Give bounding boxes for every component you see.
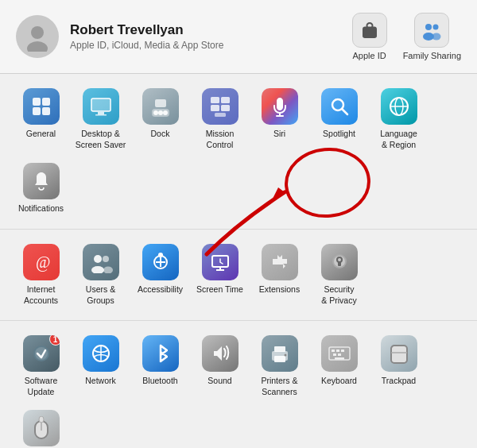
- screentime-icon: [202, 244, 238, 280]
- svg-point-15: [153, 110, 158, 115]
- general-label: General: [26, 129, 56, 140]
- siri-label: Siri: [273, 129, 285, 140]
- grid-item-language[interactable]: Language& Region: [369, 82, 429, 156]
- svg-rect-56: [332, 350, 335, 352]
- grid-item-notifications[interactable]: Notifications: [11, 156, 71, 221]
- svg-point-35: [103, 266, 113, 273]
- dock-icon: [142, 88, 179, 125]
- svg-rect-9: [42, 107, 50, 115]
- user-name: Robert Trevellyan: [70, 22, 223, 38]
- user-profile-section: Robert Trevellyan Apple ID, iCloud, Medi…: [16, 15, 223, 58]
- trackpad-label: Trackpad: [382, 376, 416, 387]
- svg-point-1: [27, 41, 48, 52]
- svg-point-34: [103, 256, 109, 262]
- svg-point-54: [284, 354, 286, 357]
- svg-point-17: [163, 110, 168, 115]
- apple-id-icon-box: [352, 13, 387, 48]
- apple-id-label: Apple ID: [353, 51, 386, 60]
- apple-id-button[interactable]: Apple ID: [352, 13, 387, 60]
- grid-item-security[interactable]: Security& Privacy: [309, 238, 369, 312]
- trackpad-icon: [381, 335, 417, 372]
- avatar[interactable]: [16, 15, 59, 58]
- svg-rect-10: [91, 98, 111, 111]
- extensions-label: Extensions: [259, 284, 300, 295]
- language-label: Language& Region: [380, 129, 417, 150]
- grid-item-general[interactable]: General: [11, 82, 71, 156]
- internet-icon: @: [23, 244, 60, 280]
- svg-rect-59: [333, 353, 336, 356]
- grid-row-2: @ InternetAccounts Users &Groups: [11, 238, 466, 312]
- general-icon: [23, 88, 60, 125]
- grid-item-accessibility[interactable]: Accessibility: [130, 238, 190, 312]
- grid-item-desktop[interactable]: Desktop &Screen Saver: [71, 82, 130, 156]
- bluetooth-icon: [142, 335, 179, 372]
- user-info: Robert Trevellyan Apple ID, iCloud, Medi…: [70, 22, 223, 51]
- desktop-icon: [83, 88, 119, 125]
- software-label: SoftwareUpdate: [25, 376, 57, 397]
- mission-icon: [202, 88, 238, 125]
- svg-rect-12: [98, 112, 104, 114]
- extensions-icon: [262, 244, 298, 280]
- spotlight-label: Spotlight: [323, 129, 355, 140]
- grid-item-trackpad[interactable]: Trackpad: [369, 329, 429, 404]
- mouse-icon: [23, 410, 60, 446]
- svg-rect-7: [42, 98, 50, 106]
- grid-item-users[interactable]: Users &Groups: [71, 238, 130, 312]
- grid-item-screentime[interactable]: Screen Time: [190, 238, 250, 312]
- network-icon: [83, 335, 119, 372]
- internet-label: InternetAccounts: [24, 284, 58, 306]
- svg-rect-23: [215, 113, 226, 117]
- svg-rect-6: [33, 98, 41, 106]
- svg-rect-60: [338, 353, 341, 356]
- grid-item-spotlight[interactable]: Spotlight: [309, 82, 369, 156]
- language-icon: [381, 88, 417, 125]
- security-icon: [321, 244, 358, 280]
- header-actions: Apple ID Family Sharing: [352, 13, 461, 60]
- grid-item-extensions[interactable]: Extensions: [250, 238, 309, 312]
- siri-icon: [262, 88, 298, 125]
- grid-row-3: 1 SoftwareUpdate Network: [11, 329, 466, 448]
- users-label: Users &Groups: [86, 284, 115, 306]
- mission-label: MissionControl: [206, 129, 235, 150]
- notifications-label: Notifications: [18, 203, 64, 214]
- grid-item-mission[interactable]: MissionControl: [190, 82, 250, 156]
- svg-text:@: @: [36, 253, 50, 272]
- grid-item-mouse[interactable]: Mouse: [11, 404, 71, 448]
- grid-item-printers[interactable]: Printers &Scanners: [250, 329, 309, 404]
- security-label: Security& Privacy: [321, 284, 356, 306]
- svg-line-27: [342, 109, 347, 114]
- grid-item-keyboard[interactable]: Keyboard: [309, 329, 369, 404]
- sound-label: Sound: [207, 376, 231, 387]
- grid-item-siri[interactable]: Siri: [250, 82, 309, 156]
- grid-item-bluetooth[interactable]: Bluetooth: [130, 329, 190, 404]
- sound-icon: [202, 335, 238, 372]
- grid-item-software[interactable]: 1 SoftwareUpdate: [11, 329, 71, 404]
- user-subtitle: Apple ID, iCloud, Media & App Store: [70, 40, 223, 51]
- users-icon: [83, 244, 119, 280]
- svg-point-32: [94, 255, 102, 263]
- section-row3: 1 SoftwareUpdate Network: [0, 321, 477, 448]
- grid-item-sound[interactable]: Sound: [190, 329, 250, 404]
- printers-icon: [262, 335, 298, 372]
- keyboard-label: Keyboard: [321, 376, 357, 387]
- svg-rect-21: [211, 105, 219, 111]
- notifications-icon: [23, 163, 60, 199]
- system-preferences-window: Robert Trevellyan Apple ID, iCloud, Medi…: [0, 0, 477, 448]
- grid-item-network[interactable]: Network: [71, 329, 130, 404]
- svg-point-5: [432, 33, 441, 41]
- grid-item-dock[interactable]: Dock: [130, 82, 190, 156]
- family-sharing-button[interactable]: Family Sharing: [403, 13, 461, 60]
- svg-rect-46: [338, 261, 341, 266]
- svg-point-33: [91, 266, 104, 273]
- accessibility-label: Accessibility: [138, 284, 183, 295]
- family-sharing-icon-box: [414, 13, 449, 48]
- svg-rect-58: [341, 350, 344, 352]
- spotlight-icon: [321, 88, 358, 125]
- svg-rect-53: [274, 356, 285, 362]
- svg-point-16: [158, 110, 163, 115]
- grid-item-internet[interactable]: @ InternetAccounts: [11, 238, 71, 312]
- network-label: Network: [85, 376, 116, 387]
- svg-rect-13: [95, 114, 107, 116]
- svg-rect-18: [155, 99, 166, 107]
- svg-rect-22: [221, 105, 230, 111]
